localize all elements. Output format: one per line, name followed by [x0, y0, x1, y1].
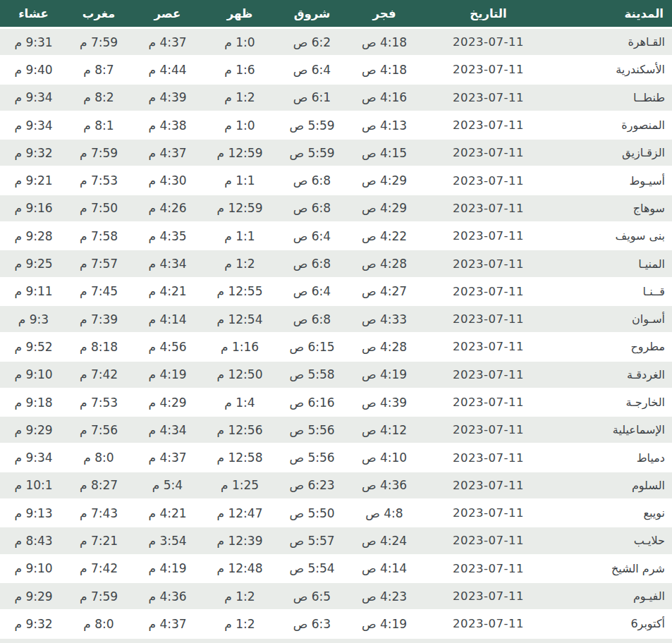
- cell-maghrib: 7:57 م: [67, 250, 130, 278]
- cell-asr: 3:54 م: [130, 527, 204, 555]
- cell-fajr: 4:14 ص: [349, 556, 420, 583]
- cell-dhuhr: 12:54 م: [204, 306, 275, 333]
- cell-maghrib: 7:39 م: [67, 306, 130, 333]
- cell-maghrib: 8:0 م: [67, 611, 130, 638]
- cell-asr: 4:34 م: [130, 250, 204, 278]
- cell-dhuhr: 1:25 م: [204, 472, 275, 500]
- cell-fajr: 4:28 ص: [349, 250, 420, 278]
- cell-date: 2023-07-11: [420, 472, 557, 500]
- cell-sunrise: 5:57 ص: [275, 527, 349, 555]
- cell-date: 2023-07-11: [420, 527, 557, 555]
- cell-asr: 4:35 م: [130, 223, 204, 250]
- prayer-times-page: المدينة التاريخ فجر شروق ظهر عصر مغرب عش…: [0, 0, 672, 643]
- cell-sunrise: 6:8 ص: [275, 167, 349, 195]
- cell-city: السلوم: [557, 472, 672, 500]
- cell-asr: 4:19 م: [130, 362, 204, 389]
- cell-fajr: 4:29 ص: [349, 167, 420, 195]
- cell-city: المنصورة: [557, 112, 672, 140]
- col-header-isha: عشاء: [0, 0, 67, 29]
- cell-sunrise: 6:4 ص: [275, 278, 349, 306]
- table-row: المنيـا2023-07-114:28 ص6:8 ص1:2 م4:34 م7…: [0, 250, 672, 278]
- table-row: الزقـازيق2023-07-114:15 ص5:59 ص12:59 م4:…: [0, 140, 672, 167]
- cell-date: 2023-07-11: [420, 611, 557, 638]
- cell-date: 2023-07-11: [420, 500, 557, 527]
- cell-isha: 9:25 م: [0, 250, 67, 278]
- cell-maghrib: 8:2 م: [67, 85, 130, 112]
- col-header-sunrise: شروق: [275, 0, 349, 29]
- cell-asr: 4:44 م: [130, 56, 204, 84]
- table-body: القـاهرة2023-07-114:18 ص6:2 ص1:0 م4:37 م…: [0, 29, 672, 639]
- cell-sunrise: 5:56 ص: [275, 417, 349, 444]
- cell-city: المنيـا: [557, 250, 672, 278]
- cell-dhuhr: 12:56 م: [204, 417, 275, 444]
- cell-fajr: 4:36 ص: [349, 472, 420, 500]
- cell-sunrise: 6:4 ص: [275, 56, 349, 84]
- table-row: طنطــا2023-07-114:16 ص6:1 ص1:2 م4:39 م8:…: [0, 85, 672, 112]
- cell-asr: 4:37 م: [130, 444, 204, 472]
- col-header-fajr: فجر: [349, 0, 420, 29]
- cell-date: 2023-07-11: [420, 278, 557, 306]
- cell-fajr: 4:39 ص: [349, 389, 420, 417]
- cell-asr: 4:34 م: [130, 417, 204, 444]
- cell-date: 2023-07-11: [420, 140, 557, 167]
- cell-sunrise: 6:23 ص: [275, 472, 349, 500]
- cell-maghrib: 7:43 م: [67, 500, 130, 527]
- cell-city: أسـوان: [557, 306, 672, 333]
- cell-city: الغردقـة: [557, 362, 672, 389]
- cell-maghrib: 8:7 م: [67, 56, 130, 84]
- col-header-city: المدينة: [557, 0, 672, 29]
- cell-city: حلايـب: [557, 527, 672, 555]
- cell-date: 2023-07-11: [420, 223, 557, 250]
- cell-maghrib: 7:58 م: [67, 223, 130, 250]
- cell-city: شرم الشيخ: [557, 556, 672, 583]
- cell-sunrise: 6:3 ص: [275, 611, 349, 638]
- cell-dhuhr: 1:0 م: [204, 112, 275, 140]
- col-header-maghrib: مغرب: [67, 0, 130, 29]
- table-row: حلايـب2023-07-114:24 ص5:57 ص12:39 م3:54 …: [0, 527, 672, 555]
- cell-asr: 4:39 م: [130, 85, 204, 112]
- cell-asr: 5:4 م: [130, 472, 204, 500]
- cell-maghrib: 7:21 م: [67, 527, 130, 555]
- cell-city: أكتوبر6: [557, 611, 672, 638]
- cell-fajr: 4:24 ص: [349, 527, 420, 555]
- cell-date: 2023-07-11: [420, 417, 557, 444]
- cell-date: 2023-07-11: [420, 333, 557, 361]
- cell-fajr: 4:13 ص: [349, 112, 420, 140]
- table-row: شرم الشيخ2023-07-114:14 ص5:54 ص12:48 م4:…: [0, 556, 672, 583]
- cell-fajr: 4:28 ص: [349, 333, 420, 361]
- cell-isha: 9:10 م: [0, 362, 67, 389]
- table-row: الغردقـة2023-07-114:19 ص5:58 ص12:50 م4:1…: [0, 362, 672, 389]
- cell-maghrib: 7:59 م: [67, 583, 130, 611]
- cell-isha: 9:3 م: [0, 306, 67, 333]
- cell-maghrib: 7:53 م: [67, 167, 130, 195]
- cell-maghrib: 8:18 م: [67, 333, 130, 361]
- cell-fajr: 4:10 ص: [349, 444, 420, 472]
- cell-date: 2023-07-11: [420, 85, 557, 112]
- cell-maghrib: 7:59 م: [67, 29, 130, 56]
- table-row: الفيـوم2023-07-114:23 ص6:5 ص1:2 م4:36 م7…: [0, 583, 672, 611]
- cell-maghrib: 7:45 م: [67, 278, 130, 306]
- table-row: الأسكندرية2023-07-114:18 ص6:4 ص1:6 م4:44…: [0, 56, 672, 84]
- cell-dhuhr: 12:48 م: [204, 556, 275, 583]
- cell-maghrib: 7:59 م: [67, 140, 130, 167]
- cell-dhuhr: 12:50 م: [204, 362, 275, 389]
- cell-city: طنطــا: [557, 85, 672, 112]
- cell-isha: 9:11 م: [0, 278, 67, 306]
- cell-maghrib: 7:53 م: [67, 389, 130, 417]
- cell-isha: 9:13 م: [0, 500, 67, 527]
- cell-dhuhr: 1:2 م: [204, 611, 275, 638]
- cell-city: مطروح: [557, 333, 672, 361]
- table-row: أسـوان2023-07-114:33 ص6:8 ص12:54 م4:14 م…: [0, 306, 672, 333]
- table-row: الإسماعيلية2023-07-114:12 ص5:56 ص12:56 م…: [0, 417, 672, 444]
- cell-sunrise: 6:2 ص: [275, 29, 349, 56]
- cell-sunrise: 6:1 ص: [275, 85, 349, 112]
- cell-isha: 8:43 م: [0, 527, 67, 555]
- cell-dhuhr: 1:2 م: [204, 583, 275, 611]
- cell-sunrise: 5:59 ص: [275, 112, 349, 140]
- cell-sunrise: 6:16 ص: [275, 389, 349, 417]
- cell-date: 2023-07-11: [420, 389, 557, 417]
- partial-next-row: [0, 639, 672, 643]
- cell-dhuhr: 12:58 م: [204, 444, 275, 472]
- cell-fajr: 4:19 ص: [349, 362, 420, 389]
- cell-maghrib: 7:42 م: [67, 556, 130, 583]
